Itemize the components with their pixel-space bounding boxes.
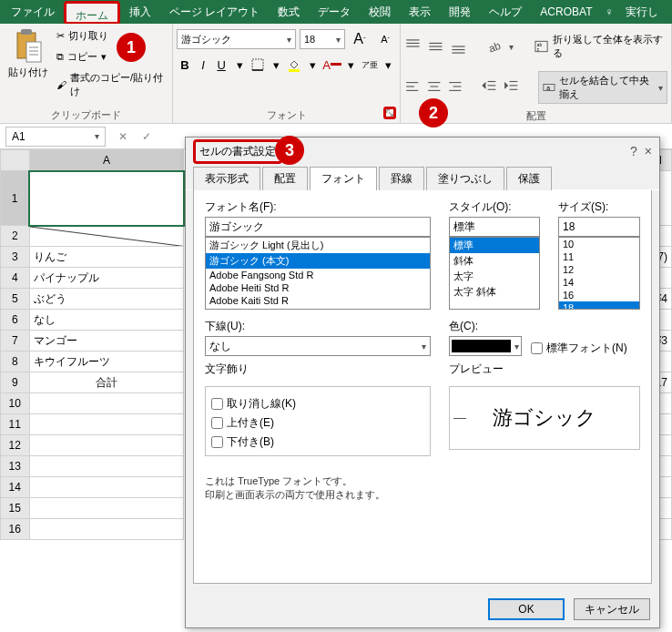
size-list[interactable]: 10 11 12 14 16 18 xyxy=(558,237,640,310)
cell-a5[interactable]: ぶどう xyxy=(29,289,184,310)
tab-help[interactable]: ヘルプ xyxy=(480,0,531,24)
tab-review[interactable]: 校閲 xyxy=(360,0,400,24)
increase-indent-button[interactable] xyxy=(504,77,520,96)
tab-file[interactable]: ファイル xyxy=(2,0,64,24)
row-header[interactable]: 12 xyxy=(1,435,30,456)
row-header[interactable]: 16 xyxy=(1,519,30,540)
col-header-a[interactable]: A xyxy=(29,150,184,171)
decrease-indent-button[interactable] xyxy=(482,77,498,96)
cancel-formula-icon[interactable]: ✕ xyxy=(111,127,135,147)
list-item[interactable]: Adobe Kaiti Std R xyxy=(206,294,430,307)
cell-a9[interactable]: 合計 xyxy=(29,372,184,393)
cell-a1[interactable] xyxy=(29,171,184,226)
superscript-check[interactable]: 上付き(E) xyxy=(211,415,424,431)
wrap-text-button[interactable]: abc折り返して全体を表示する xyxy=(533,31,667,62)
cell-a4[interactable]: パイナップル xyxy=(29,268,184,289)
align-bottom-button[interactable] xyxy=(450,37,467,56)
format-painter-button[interactable]: 🖌書式のコピー/貼り付け xyxy=(55,69,170,100)
phonetic-button[interactable]: ア亜 xyxy=(361,55,378,75)
style-input[interactable] xyxy=(449,217,540,237)
decrease-font-button[interactable]: Aˇ xyxy=(374,29,396,49)
underline-select[interactable]: なし▾ xyxy=(205,336,431,356)
ok-button[interactable]: OK xyxy=(488,598,565,620)
tab-run[interactable]: 実行し xyxy=(616,0,667,24)
paste-button[interactable]: 貼り付け xyxy=(2,27,55,100)
align-center-button[interactable] xyxy=(426,77,443,96)
list-item[interactable]: Adobe Ming Std L xyxy=(206,307,430,310)
list-item[interactable]: 12 xyxy=(559,263,639,276)
enter-formula-icon[interactable]: ✓ xyxy=(135,127,158,147)
align-top-button[interactable] xyxy=(404,37,422,56)
tab-view[interactable]: 表示 xyxy=(400,0,440,24)
chevron-down-icon[interactable]: ▾ xyxy=(343,55,360,75)
help-button[interactable]: ? xyxy=(630,144,637,158)
size-input[interactable] xyxy=(558,217,640,237)
cell[interactable] xyxy=(29,519,184,540)
cell-a3[interactable]: りんご xyxy=(29,247,184,268)
tab-acrobat[interactable]: ACROBAT xyxy=(531,0,601,24)
cell-a7[interactable]: マンゴー xyxy=(29,331,184,352)
tab-home[interactable]: ホーム xyxy=(64,1,120,25)
list-item[interactable]: 太字 斜体 xyxy=(450,284,539,300)
row-header[interactable]: 6 xyxy=(1,310,30,331)
chevron-down-icon[interactable]: ▾ xyxy=(268,55,284,75)
list-item[interactable]: 標準 xyxy=(450,238,539,253)
cell[interactable] xyxy=(29,435,184,456)
row-header[interactable]: 5 xyxy=(1,289,30,310)
cell[interactable] xyxy=(29,393,184,414)
tab-dev[interactable]: 開発 xyxy=(440,0,480,24)
align-left-button[interactable] xyxy=(404,77,421,96)
fill-color-button[interactable] xyxy=(286,55,302,75)
bold-button[interactable]: B xyxy=(177,55,193,75)
row-header[interactable]: 14 xyxy=(1,477,30,498)
strike-check[interactable]: 取り消し線(K) xyxy=(211,396,424,412)
color-select[interactable]: ▾ xyxy=(449,336,522,356)
chevron-down-icon[interactable]: ▾ xyxy=(304,55,321,75)
tab-protect[interactable]: 保護 xyxy=(506,167,552,190)
chevron-down-icon[interactable]: ▾ xyxy=(509,42,514,52)
dialog-titlebar[interactable]: セルの書式設定 3 ? × xyxy=(186,138,659,165)
list-item[interactable]: 14 xyxy=(559,276,639,289)
row-header[interactable]: 13 xyxy=(1,456,30,477)
list-item[interactable]: Adobe Fangsong Std R xyxy=(206,269,430,281)
subscript-check[interactable]: 下付き(B) xyxy=(211,434,424,450)
cell-a6[interactable]: なし xyxy=(29,310,184,331)
tab-format[interactable]: 表示形式 xyxy=(193,167,260,190)
increase-font-button[interactable]: Aˆ xyxy=(349,29,371,49)
list-item[interactable]: 10 xyxy=(559,238,639,250)
tab-border[interactable]: 罫線 xyxy=(379,167,424,190)
align-right-button[interactable] xyxy=(447,77,463,96)
list-item[interactable]: 18 xyxy=(559,301,639,310)
align-middle-button[interactable] xyxy=(427,37,444,56)
row-header[interactable]: 15 xyxy=(1,498,30,519)
row-header[interactable]: 7 xyxy=(1,331,30,352)
merge-center-button[interactable]: aセルを結合して中央揃え ▾ xyxy=(538,71,667,104)
tab-align[interactable]: 配置 xyxy=(262,167,308,190)
font-color-button[interactable]: A xyxy=(322,55,341,75)
name-box[interactable]: A1▾ xyxy=(5,127,106,147)
select-all-corner[interactable] xyxy=(1,150,30,171)
border-button[interactable] xyxy=(249,55,266,75)
chevron-down-icon[interactable]: ▾ xyxy=(380,55,396,75)
tab-font[interactable]: フォント xyxy=(310,167,377,190)
list-item[interactable]: 11 xyxy=(559,250,639,263)
cell[interactable] xyxy=(29,477,184,498)
list-item[interactable]: 斜体 xyxy=(450,253,539,269)
cell-a8[interactable]: キウイフルーツ xyxy=(29,352,184,372)
list-item[interactable]: 游ゴシック Light (見出し) xyxy=(206,238,430,253)
row-header[interactable]: 2 xyxy=(1,226,30,247)
font-dialog-launcher[interactable] xyxy=(383,107,396,119)
cell[interactable] xyxy=(29,498,184,519)
row-header[interactable]: 3 xyxy=(1,247,30,268)
orientation-button[interactable]: ab xyxy=(486,37,504,56)
row-header[interactable]: 10 xyxy=(1,393,30,414)
tab-insert[interactable]: 挿入 xyxy=(120,0,160,24)
cancel-button[interactable]: キャンセル xyxy=(574,598,650,620)
italic-button[interactable]: I xyxy=(195,55,211,75)
tab-fill[interactable]: 塗りつぶし xyxy=(426,167,504,190)
cut-button[interactable]: ✂切り取り xyxy=(55,27,170,45)
fontname-input[interactable] xyxy=(205,217,431,237)
list-item[interactable]: 16 xyxy=(559,289,639,301)
list-item[interactable]: 太字 xyxy=(450,269,539,284)
font-size-select[interactable]: 18▾ xyxy=(300,29,345,49)
